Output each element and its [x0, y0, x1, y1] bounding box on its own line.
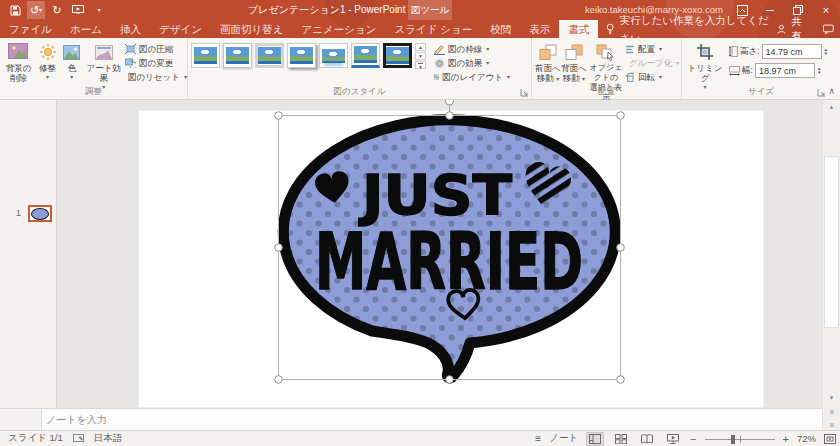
picture-style-thumb-black-frame[interactable]: [383, 43, 412, 68]
tab-format[interactable]: 書式: [559, 20, 598, 38]
tab-home[interactable]: ホーム: [61, 20, 111, 38]
width-spinner[interactable]: ▲▼: [817, 67, 821, 75]
zoom-out-button[interactable]: −: [690, 433, 696, 445]
contextual-tab-group-picture-tools[interactable]: 図ツール: [408, 0, 452, 20]
resize-handle-s[interactable]: [446, 376, 454, 384]
tab-insert[interactable]: 挿入: [111, 20, 150, 38]
zoom-level[interactable]: 72%: [797, 433, 816, 444]
resize-handle-se[interactable]: [617, 376, 625, 384]
view-normal-button[interactable]: [586, 432, 604, 446]
picture-style-thumb-white-frame[interactable]: [223, 43, 252, 68]
scrollbar-track[interactable]: [823, 113, 840, 391]
remove-background-button[interactable]: 背景の 削除: [3, 40, 34, 83]
picture-layout-button[interactable]: 図のレイアウト ▾: [434, 71, 510, 83]
gallery-down-icon[interactable]: ▼: [415, 52, 426, 60]
artistic-effects-button[interactable]: アート効果 ▾: [82, 40, 125, 90]
zoom-slider[interactable]: [705, 432, 775, 446]
resize-handle-ne[interactable]: [617, 112, 625, 120]
picture-effects-icon: [434, 58, 445, 69]
display-settings-icon[interactable]: [73, 434, 84, 444]
slide-canvas[interactable]: JUST MARRIED: [57, 100, 822, 408]
start-slideshow-icon[interactable]: [69, 1, 87, 19]
group-objects-icon: [625, 59, 626, 68]
next-slide-button[interactable]: »: [823, 417, 840, 430]
picture-style-thumb-shadow[interactable]: [287, 43, 316, 68]
picture-style-thumb-blue-edge[interactable]: [351, 43, 380, 68]
reset-picture-button[interactable]: 図のリセット ▾: [125, 71, 185, 83]
height-input[interactable]: [762, 44, 822, 59]
tab-view[interactable]: 表示: [520, 20, 559, 38]
slide-thumbnail-1[interactable]: [28, 205, 52, 222]
previous-slide-button[interactable]: «: [823, 404, 840, 417]
save-icon[interactable]: [6, 1, 24, 19]
resize-handle-w[interactable]: [275, 244, 283, 252]
change-picture-button[interactable]: 図の変更: [125, 57, 185, 69]
zoom-in-button[interactable]: +: [783, 433, 789, 445]
gallery-up-icon[interactable]: ▲: [415, 43, 426, 51]
color-button[interactable]: 色 ▾: [61, 40, 82, 80]
tab-file[interactable]: ファイル: [0, 20, 61, 38]
redo-icon[interactable]: ↻: [48, 1, 66, 19]
scroll-down-icon[interactable]: ▼: [823, 391, 840, 404]
scroll-up-icon[interactable]: ▲: [823, 100, 840, 113]
picture-style-thumb-bevel[interactable]: [255, 43, 284, 68]
slide-indicator: スライド 1/1: [8, 432, 63, 445]
picture-style-thumb-plain[interactable]: [191, 43, 220, 68]
compress-pictures-button[interactable]: 図の圧縮: [125, 43, 185, 55]
picture-styles-gallery: [191, 40, 412, 68]
zoom-slider-thumb[interactable]: [731, 435, 735, 444]
customize-qat-icon[interactable]: ▾: [90, 1, 108, 19]
view-slide-sorter-button[interactable]: [612, 432, 630, 446]
rotate-button[interactable]: 回転 ▾: [625, 71, 679, 83]
status-bar: スライド 1/1 日本語 ≡ ノート − +: [0, 430, 840, 446]
picture-border-button[interactable]: 図の枠線 ▾: [434, 43, 510, 55]
height-spinner[interactable]: ▲▼: [824, 48, 828, 56]
tell-me-search[interactable]: 実行したい作業を入力してください: [606, 20, 776, 38]
align-button[interactable]: 配置 ▾: [625, 43, 679, 55]
bring-forward-button[interactable]: 前面へ 移動 ▾: [535, 40, 561, 83]
notes-pane[interactable]: ノートを入力: [0, 408, 822, 430]
group-arrange: 前面へ 移動 ▾ 背面へ 移動 ▾ オブジェクトの 選択と表示: [532, 38, 682, 99]
picture-styles-dialog-launcher-icon[interactable]: [520, 88, 529, 97]
width-input[interactable]: [755, 63, 815, 78]
resize-handle-e[interactable]: [617, 244, 625, 252]
undo-icon[interactable]: ↺▾: [27, 1, 45, 19]
view-slideshow-button[interactable]: [664, 432, 682, 446]
scrollbar-thumb[interactable]: [824, 156, 839, 328]
tab-design[interactable]: デザイン: [150, 20, 211, 38]
tab-review[interactable]: 校閲: [481, 20, 520, 38]
notes-toggle-button[interactable]: ノート: [549, 432, 578, 445]
tab-slideshow[interactable]: スライド ショー: [385, 20, 481, 38]
window-title: プレゼンテーション1 - PowerPoint: [248, 0, 405, 20]
close-button[interactable]: ×: [812, 0, 840, 20]
resize-handle-sw[interactable]: [275, 376, 283, 384]
height-label: 高さ:: [740, 46, 760, 58]
resize-handle-nw[interactable]: [275, 112, 283, 120]
language-indicator[interactable]: 日本語: [94, 432, 123, 445]
tab-animations[interactable]: アニメーション: [292, 20, 385, 38]
corrections-button[interactable]: 修整 ▾: [34, 40, 61, 80]
size-dialog-launcher-icon[interactable]: [817, 88, 826, 97]
view-reading-button[interactable]: [638, 432, 656, 446]
remove-background-icon: [8, 41, 28, 63]
comments-icon[interactable]: [823, 24, 834, 35]
send-backward-button[interactable]: 背面へ 移動 ▾: [561, 40, 587, 83]
rotation-handle[interactable]: [446, 100, 454, 105]
gallery-more-icon[interactable]: ▼: [415, 61, 426, 69]
resize-handle-n[interactable]: [446, 112, 454, 120]
picture-style-thumb-reflection[interactable]: [319, 43, 348, 68]
fit-to-window-icon[interactable]: [824, 434, 836, 444]
width-label: 幅:: [742, 65, 753, 77]
collapse-ribbon-icon[interactable]: ∧: [828, 86, 835, 96]
crop-button[interactable]: トリミング ▾: [685, 40, 725, 90]
crop-icon: [696, 41, 714, 63]
color-image-icon: [63, 41, 80, 63]
notes-toggle-icon: ≡: [535, 433, 541, 444]
picture-border-icon: [434, 44, 445, 55]
bring-forward-icon: [539, 41, 557, 63]
notes-placeholder[interactable]: ノートを入力: [46, 409, 107, 430]
picture-effects-button[interactable]: 図の効果 ▾: [434, 57, 510, 69]
tab-transitions[interactable]: 画面切り替え: [211, 20, 293, 38]
slide-editor: JUST MARRIED: [57, 100, 822, 408]
group-objects-button[interactable]: グループ化 ▾: [625, 57, 679, 69]
